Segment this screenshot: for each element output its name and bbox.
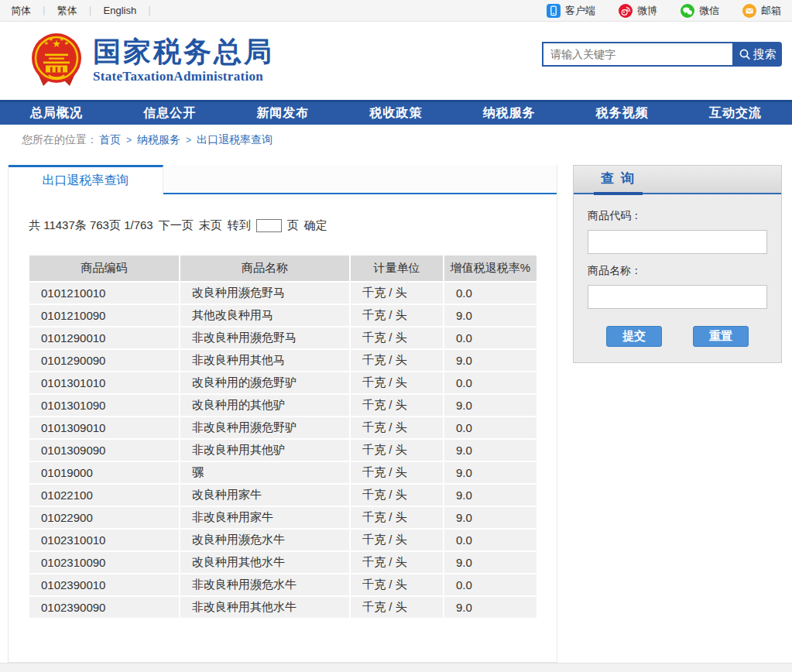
cell-commodity-name: 非改良种用濒危水牛 (180, 574, 349, 595)
cell-vat-rebate-rate: 9.0 (444, 440, 537, 461)
table-row: 0101210090 其他改良种用马 千克 / 头 9.0 (29, 305, 537, 326)
tab-bar: 出口退税率查询 (9, 165, 557, 194)
weibo-icon (619, 4, 633, 18)
cell-commodity-code: 0102310090 (29, 552, 179, 573)
chevron-right-icon: > (126, 135, 132, 146)
cell-vat-rebate-rate: 9.0 (444, 305, 537, 326)
cell-commodity-code: 0101309010 (29, 417, 179, 438)
wechat-link[interactable]: 微信 (681, 4, 719, 18)
table-row: 0102310010 改良种用濒危水牛 千克 / 头 0.0 (29, 530, 537, 550)
cell-measure-unit: 千克 / 头 (351, 305, 443, 326)
cell-measure-unit: 千克 / 头 (351, 530, 443, 550)
search-input[interactable] (542, 42, 732, 67)
reset-button[interactable]: 重置 (693, 326, 749, 347)
query-panel-buttons: 提交 重置 (588, 326, 767, 347)
cell-commodity-code: 0101290010 (29, 327, 179, 348)
main-nav: 总局概况 信息公开 新闻发布 税收政策 纳税服务 税务视频 互动交流 (0, 100, 792, 125)
cell-measure-unit: 千克 / 头 (351, 440, 443, 461)
breadcrumb-current-page[interactable]: 出口退税率查询 (197, 133, 273, 147)
table-row: 01019000 骡 千克 / 头 9.0 (29, 462, 537, 483)
query-panel-title: 查 询 (594, 170, 643, 195)
weibo-link[interactable]: 微博 (619, 4, 657, 18)
cell-commodity-code: 0101210010 (29, 283, 179, 303)
cell-measure-unit: 千克 / 头 (351, 350, 443, 371)
goto-page-input[interactable] (256, 219, 282, 232)
cell-commodity-code: 0101210090 (29, 305, 179, 326)
cell-vat-rebate-rate: 0.0 (444, 574, 537, 595)
cell-commodity-name: 改良种用家牛 (180, 485, 349, 506)
lang-english[interactable]: English (104, 5, 137, 16)
mail-link[interactable]: 邮箱 (742, 4, 781, 18)
cell-commodity-code: 0101301090 (29, 395, 179, 416)
breadcrumb-prefix: 您所在的位置： (22, 133, 98, 147)
cell-vat-rebate-rate: 0.0 (444, 417, 537, 438)
national-emblem-icon: ★ ★ ★ ★ ★ (29, 32, 84, 89)
header-measure-unit: 计量单位 (351, 255, 443, 281)
breadcrumb-home[interactable]: 首页 (99, 133, 121, 147)
nav-item[interactable]: 纳税服务 (453, 102, 566, 125)
table-header-row: 商品编码 商品名称 计量单位 增值税退税率% (29, 255, 537, 281)
cell-measure-unit: 千克 / 头 (351, 552, 443, 573)
cell-measure-unit: 千克 / 头 (351, 507, 443, 528)
nav-item[interactable]: 信息公开 (113, 102, 226, 125)
goto-label: 转到 (228, 218, 251, 233)
breadcrumb-tax-service[interactable]: 纳税服务 (137, 133, 180, 147)
commodity-code-input[interactable] (588, 230, 767, 254)
cell-vat-rebate-rate: 9.0 (444, 350, 537, 371)
cell-commodity-name: 非改良种用其他水牛 (180, 597, 349, 618)
header-commodity-code: 商品编码 (29, 255, 179, 281)
site-subtitle: StateTaxationAdministration (93, 69, 274, 84)
goto-confirm-link[interactable]: 确定 (304, 218, 327, 233)
nav-item[interactable]: 新闻发布 (226, 102, 339, 125)
pagination-summary: 共 11437条 763页 1/763 (29, 218, 153, 233)
cell-vat-rebate-rate: 9.0 (444, 507, 537, 528)
nav-item[interactable]: 税收政策 (339, 102, 452, 125)
submit-button[interactable]: 提交 (606, 326, 662, 347)
table-row: 0101301010 改良种用的濒危野驴 千克 / 头 0.0 (29, 372, 537, 393)
site-logo[interactable]: ★ ★ ★ ★ ★ 国家税务总局 StateTaxationAdministra… (29, 32, 274, 89)
cell-commodity-name: 非改良种用濒危野驴 (180, 417, 349, 438)
divider: ｜ (39, 4, 49, 17)
cell-commodity-code: 0101309090 (29, 440, 179, 461)
query-panel-header: 查 询 (574, 166, 781, 194)
table-row: 0102390010 非改良种用濒危水牛 千克 / 头 0.0 (29, 574, 537, 595)
cell-measure-unit: 千克 / 头 (351, 597, 443, 618)
cell-commodity-code: 01022100 (29, 485, 179, 506)
cell-vat-rebate-rate: 0.0 (444, 530, 537, 550)
query-panel: 查 询 商品代码： 商品名称： 提交 重置 (573, 165, 782, 363)
table-row: 0102310090 改良种用其他水牛 千克 / 头 9.0 (29, 552, 537, 573)
cell-commodity-name: 其他改良种用马 (180, 305, 349, 326)
cell-commodity-code: 0101290090 (29, 350, 179, 371)
search-button-label: 搜索 (753, 47, 777, 62)
breadcrumb: 您所在的位置： 首页 > 纳税服务 > 出口退税率查询 (0, 125, 792, 156)
weibo-label: 微博 (637, 4, 657, 18)
query-panel-body: 商品代码： 商品名称： 提交 重置 (574, 194, 781, 362)
commodity-name-input[interactable] (588, 285, 767, 309)
cell-commodity-name: 非改良种用其他马 (180, 350, 349, 371)
last-page-link[interactable]: 末页 (199, 218, 222, 233)
search-button[interactable]: 搜索 (732, 42, 782, 67)
cell-commodity-name: 非改良种用其他驴 (180, 440, 349, 461)
svg-text:★: ★ (64, 40, 69, 46)
cell-commodity-name: 改良种用濒危野马 (180, 283, 349, 303)
cell-measure-unit: 千克 / 头 (351, 283, 443, 303)
cell-commodity-code: 0101301010 (29, 372, 179, 393)
lang-traditional[interactable]: 繁体 (57, 4, 77, 18)
nav-item[interactable]: 总局概况 (0, 102, 113, 125)
cell-commodity-code: 0102310010 (29, 530, 179, 550)
chevron-right-icon: > (186, 135, 191, 146)
cell-commodity-code: 0102390090 (29, 597, 179, 618)
table-row: 01022900 非改良种用家牛 千克 / 头 9.0 (29, 507, 537, 528)
tab-export-rebate-query[interactable]: 出口退税率查询 (9, 165, 163, 194)
nav-item[interactable]: 税务视频 (566, 102, 679, 125)
wechat-icon (681, 4, 694, 18)
nav-item[interactable]: 互动交流 (679, 102, 792, 125)
client-app-link[interactable]: 客户端 (547, 4, 595, 18)
commodity-code-label: 商品代码： (588, 209, 767, 223)
mail-label: 邮箱 (761, 4, 781, 18)
lang-simplified[interactable]: 简体 (11, 4, 31, 18)
cell-measure-unit: 千克 / 头 (351, 327, 443, 348)
pagination: 共 11437条 763页 1/763 下一页 末页 转到 页 确定 (29, 218, 557, 233)
next-page-link[interactable]: 下一页 (159, 218, 194, 233)
cell-vat-rebate-rate: 9.0 (444, 597, 537, 618)
